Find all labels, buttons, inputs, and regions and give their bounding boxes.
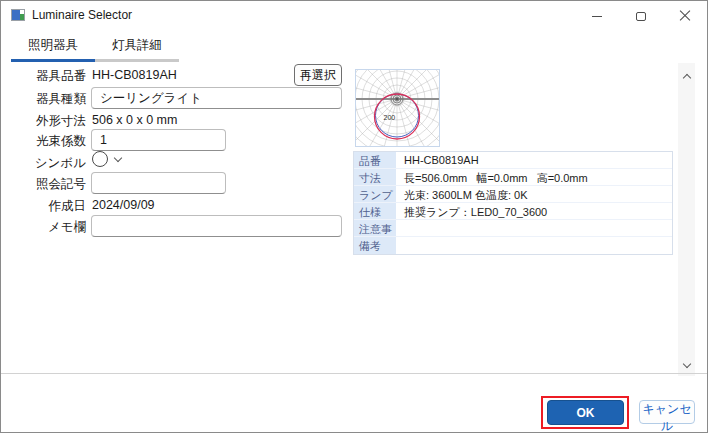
table-row: ランプ 光束: 3600LM 色温度: 0K [354, 186, 672, 203]
created-date-value: 2024/09/09 [92, 198, 155, 212]
polar-distribution-chart: 200 [356, 70, 439, 146]
table-row: 備考 [354, 237, 672, 254]
flux-factor-label: 光束係数 [1, 133, 86, 150]
memo-input[interactable] [91, 215, 342, 237]
flux-factor-input[interactable] [91, 129, 226, 151]
outer-dimensions-value: 506 x 0 x 0 mm [92, 113, 177, 127]
table-row: 寸法 長=506.0mm 幅=0.0mm 高=0.0mm [354, 169, 672, 186]
chevron-down-icon [114, 153, 122, 161]
app-icon [11, 9, 25, 21]
curve-intensity-label: 200 [384, 114, 396, 121]
spec-value: 長=506.0mm 幅=0.0mm 高=0.0mm [397, 169, 672, 185]
footer-divider [1, 373, 707, 374]
symbol-dropdown[interactable] [92, 151, 121, 167]
maximize-icon [636, 12, 646, 21]
inquiry-code-input[interactable] [91, 172, 226, 194]
titlebar[interactable]: Luminaire Selector [1, 1, 707, 31]
product-number-value: HH-CB0819AH [92, 68, 177, 82]
cancel-button[interactable]: キャンセル [639, 400, 695, 424]
spec-label: 品番 [354, 152, 397, 168]
maximize-button[interactable] [619, 1, 663, 31]
created-date-label: 作成日 [1, 198, 86, 215]
close-icon [679, 10, 691, 22]
reselect-button[interactable]: 再選択 [294, 64, 342, 86]
fixture-type-input[interactable] [91, 87, 342, 109]
minimize-icon [592, 16, 602, 17]
outer-dimensions-label: 外形寸法 [1, 113, 86, 130]
tab-strip: 照明器具 灯具詳細 [11, 37, 179, 62]
tab-luminaire-fixture[interactable]: 照明器具 [11, 37, 95, 62]
spec-value: HH-CB0819AH [397, 152, 672, 168]
spec-label: ランプ [354, 186, 397, 202]
spec-label: 備考 [354, 237, 397, 254]
memo-label: メモ欄 [1, 219, 86, 236]
product-number-label: 器具品番 [1, 68, 86, 85]
chevron-down-icon [682, 359, 690, 367]
vertical-scrollbar[interactable] [678, 63, 695, 376]
window-title: Luminaire Selector [32, 8, 132, 22]
window-controls [575, 1, 707, 31]
table-row: 仕様 推奨ランプ：LED0_70_3600 [354, 203, 672, 220]
luminaire-selector-dialog: Luminaire Selector 照明器具 灯具詳細 器具品番 HH-CB0… [0, 0, 708, 433]
table-row: 注意事項 [354, 220, 672, 237]
spec-value: 推奨ランプ：LED0_70_3600 [397, 203, 672, 219]
scroll-down-button[interactable] [678, 355, 695, 372]
fixture-type-label: 器具種類 [1, 91, 86, 108]
inquiry-code-label: 照会記号 [1, 176, 86, 193]
photometric-diagram: 200 [355, 69, 440, 147]
spec-value [397, 237, 672, 254]
table-row: 品番 HH-CB0819AH [354, 152, 672, 169]
scroll-up-button[interactable] [678, 67, 695, 84]
tab-lamp-detail[interactable]: 灯具詳細 [95, 37, 179, 62]
ok-button[interactable]: OK [547, 400, 624, 425]
spec-label: 寸法 [354, 169, 397, 185]
circle-symbol-icon [92, 151, 108, 167]
symbol-label: シンボル [1, 155, 86, 172]
spec-label: 注意事項 [354, 220, 397, 236]
chevron-up-icon [682, 73, 690, 81]
spec-table: 品番 HH-CB0819AH 寸法 長=506.0mm 幅=0.0mm 高=0.… [353, 151, 673, 255]
spec-label: 仕様 [354, 203, 397, 219]
close-button[interactable] [663, 1, 707, 31]
spec-value [397, 220, 672, 236]
minimize-button[interactable] [575, 1, 619, 31]
spec-value: 光束: 3600LM 色温度: 0K [397, 186, 672, 202]
